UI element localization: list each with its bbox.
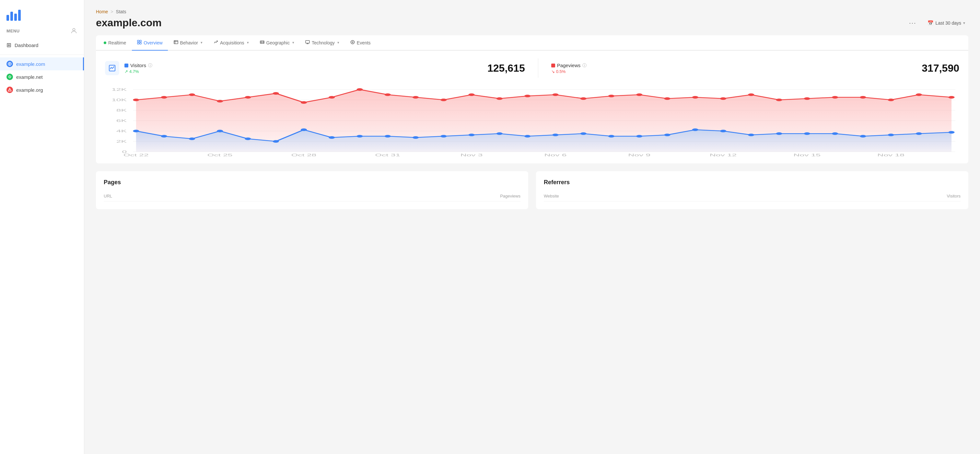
svg-point-94 <box>776 132 782 135</box>
visitors-info: Visitors ⓘ ↗ 4.7% <box>124 62 152 74</box>
down-arrow-icon: ↘ <box>551 69 555 74</box>
svg-text:6K: 6K <box>116 119 127 123</box>
svg-point-100 <box>948 131 955 134</box>
sidebar-item-example-net[interactable]: example.net <box>0 70 84 83</box>
pages-title: Pages <box>104 179 520 186</box>
pageviews-info-icon[interactable]: ⓘ <box>582 62 587 68</box>
svg-rect-7 <box>140 40 141 42</box>
tab-technology[interactable]: Technology ▾ <box>300 35 345 51</box>
svg-rect-6 <box>137 40 139 42</box>
svg-point-62 <box>720 97 726 100</box>
svg-point-56 <box>552 93 558 96</box>
visitors-label: Visitors <box>130 62 146 68</box>
svg-point-80 <box>385 135 391 137</box>
svg-point-65 <box>804 97 810 100</box>
bottom-cards: Pages URL Pageviews Referrers Website Vi… <box>96 171 968 209</box>
svg-point-61 <box>692 96 698 99</box>
svg-point-83 <box>468 134 474 136</box>
menu-label: MENU <box>6 29 20 33</box>
tab-behavior[interactable]: Behavior ▾ <box>169 35 208 51</box>
behavior-icon <box>174 40 178 45</box>
svg-point-96 <box>832 132 838 135</box>
logo-bar-2 <box>10 12 13 21</box>
geographic-icon <box>260 40 264 45</box>
svg-text:Oct 25: Oct 25 <box>207 153 233 157</box>
breadcrumb-home[interactable]: Home <box>96 9 108 14</box>
svg-point-64 <box>776 99 782 101</box>
svg-rect-10 <box>174 41 178 44</box>
breadcrumb-separator: > <box>110 9 113 14</box>
site-dot-example-net <box>6 73 13 80</box>
svg-point-20 <box>351 41 354 44</box>
acquisitions-icon <box>213 40 218 45</box>
sidebar-item-example-com[interactable]: example.com <box>0 57 84 70</box>
pages-table-header: URL Pageviews <box>104 191 520 201</box>
svg-point-41 <box>133 99 139 101</box>
sidebar-item-dashboard[interactable]: ⊞ Dashboard <box>0 38 84 52</box>
tab-realtime[interactable]: Realtime <box>99 36 131 51</box>
chart-icon <box>105 61 119 75</box>
pages-col-pageviews: Pageviews <box>500 194 520 199</box>
pageviews-value: 317,590 <box>922 62 959 74</box>
chart-card: Visitors ⓘ ↗ 4.7% 125,615 Pageviews ⓘ <box>96 51 968 163</box>
pages-card: Pages URL Pageviews <box>96 171 528 209</box>
svg-point-68 <box>888 99 894 101</box>
svg-point-79 <box>356 135 363 137</box>
tab-acquisitions[interactable]: Acquisitions ▾ <box>208 35 254 51</box>
tab-events[interactable]: Events <box>345 35 376 51</box>
svg-point-93 <box>748 134 754 136</box>
svg-text:Nov 6: Nov 6 <box>544 153 566 157</box>
overview-icon <box>137 40 142 45</box>
referrers-col-website: Website <box>544 194 559 199</box>
svg-point-92 <box>720 130 726 132</box>
tab-geographic[interactable]: Geographic ▾ <box>255 35 299 51</box>
svg-point-57 <box>581 97 587 100</box>
logo-icon <box>6 8 21 21</box>
visitors-change-value: 4.7% <box>129 69 139 74</box>
svg-point-82 <box>441 135 447 137</box>
svg-point-51 <box>412 96 419 99</box>
svg-point-85 <box>524 135 530 137</box>
svg-text:Nov 15: Nov 15 <box>794 153 821 157</box>
sidebar-logo <box>0 0 84 23</box>
svg-point-90 <box>664 134 670 136</box>
more-button[interactable]: ··· <box>907 18 919 28</box>
svg-point-84 <box>496 132 503 135</box>
geographic-chevron: ▾ <box>292 41 294 45</box>
tab-overview[interactable]: Overview <box>132 35 167 51</box>
logo-bar-3 <box>14 14 17 21</box>
breadcrumb: Home > Stats <box>96 9 968 14</box>
svg-point-0 <box>73 29 75 31</box>
svg-point-71 <box>133 130 139 132</box>
svg-point-49 <box>356 88 363 91</box>
site-label-example-org: example.org <box>16 87 43 93</box>
avatar-icon[interactable] <box>70 27 78 34</box>
site-label-example-com: example.com <box>16 61 45 67</box>
svg-point-72 <box>161 135 167 137</box>
main-content: Home > Stats example.com ··· 📅 Last 30 d… <box>84 0 980 454</box>
svg-point-46 <box>273 92 279 95</box>
svg-point-76 <box>273 140 279 143</box>
logo-bar-1 <box>6 15 9 21</box>
svg-point-48 <box>329 96 335 99</box>
svg-point-54 <box>496 97 503 100</box>
svg-text:Oct 31: Oct 31 <box>375 153 400 157</box>
svg-point-86 <box>552 134 558 136</box>
pageviews-label: Pageviews <box>557 62 581 68</box>
dashboard-icon: ⊞ <box>6 41 11 49</box>
svg-text:Oct 22: Oct 22 <box>124 153 149 157</box>
visitors-value: 125,615 <box>487 62 525 74</box>
sidebar-menu-header: MENU <box>0 23 84 38</box>
logo-bar-4 <box>18 10 21 21</box>
svg-text:Nov 9: Nov 9 <box>628 153 651 157</box>
svg-point-42 <box>161 96 167 99</box>
date-range-button[interactable]: 📅 Last 30 days ▾ <box>924 18 968 28</box>
sidebar-item-example-org[interactable]: example.org <box>0 83 84 96</box>
visitors-info-icon[interactable]: ⓘ <box>148 62 152 68</box>
svg-text:12K: 12K <box>111 88 127 91</box>
referrers-title: Referrers <box>544 179 961 186</box>
calendar-icon: 📅 <box>928 20 934 26</box>
svg-text:4K: 4K <box>116 129 127 133</box>
sidebar-divider <box>0 54 84 55</box>
svg-rect-17 <box>305 41 310 43</box>
